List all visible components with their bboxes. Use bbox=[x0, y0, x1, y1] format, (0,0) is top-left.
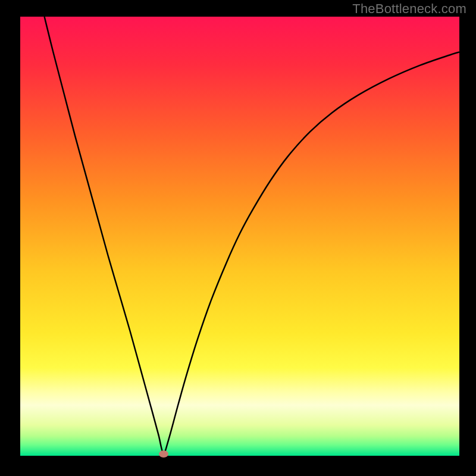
watermark-text: TheBottleneck.com bbox=[352, 1, 466, 17]
plot-area bbox=[20, 17, 459, 459]
optimal-point-marker bbox=[159, 450, 168, 458]
chart-frame: TheBottleneck.com bbox=[0, 0, 476, 476]
bottleneck-curve bbox=[20, 17, 459, 459]
